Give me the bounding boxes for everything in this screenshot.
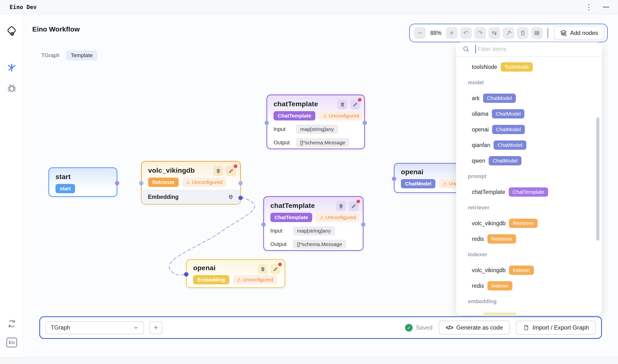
status-badge: ⚠Unconfigured [233, 275, 277, 284]
graph-select[interactable]: TGraph [45, 321, 144, 334]
status-badge: ⚠Unconfigured [182, 178, 226, 187]
page-title: Eino Workflow [32, 26, 80, 33]
node-type-badge: ChatTemplate [270, 213, 312, 222]
minus-icon: − [418, 29, 422, 37]
node-chattemplate-top[interactable]: chatTemplate ChatTemplate ⚠Unconfigured … [267, 94, 365, 149]
input-label: Input [270, 228, 288, 234]
output-label: Output [270, 241, 288, 247]
port-chattemplate-top-output[interactable] [363, 121, 367, 125]
port-volc-output[interactable] [238, 181, 243, 185]
type-badge: ChatModel [494, 141, 526, 150]
type-badge: Indexer [509, 266, 534, 275]
list-section-header: prompt [456, 169, 602, 184]
plug-icon [228, 194, 234, 200]
output-row: Output []*schema.Message [274, 138, 358, 147]
text-caret [475, 45, 476, 53]
filter-items-input[interactable] [477, 45, 595, 53]
input-row: Input map[string]any [270, 226, 356, 235]
sync-icon[interactable] [6, 318, 18, 330]
add-nodes-button[interactable]: Add nodes [554, 26, 604, 40]
node-start[interactable]: start start [48, 167, 117, 197]
delete-node-button[interactable] [337, 99, 347, 109]
graph-bottom-bar: TGraph + ✓ Saved </> Generate as code Im… [39, 316, 602, 339]
minimap-icon [534, 30, 540, 36]
delete-node-button[interactable] [258, 264, 268, 274]
port-volc-embedding[interactable] [238, 196, 243, 200]
add-graph-button[interactable]: + [149, 321, 162, 334]
embedding-slot-label: Embedding [148, 194, 178, 200]
port-openai-chatmodel-input[interactable] [392, 177, 396, 181]
edit-node-button[interactable] [349, 201, 359, 211]
status-badge: ⚠Unconfigured [319, 111, 363, 120]
list-item[interactable]: openaiChatModel [456, 122, 602, 137]
list-item[interactable]: toolsNodeToolsNode [456, 59, 602, 75]
language-icon[interactable]: En [6, 337, 18, 348]
sidebar-item-debug[interactable] [6, 82, 18, 94]
list-item[interactable]: arkChatModel [456, 91, 602, 106]
zoom-in-button[interactable]: + [446, 27, 458, 39]
auto-layout-icon [491, 30, 497, 36]
port-chattemplate-top-input[interactable] [265, 121, 269, 125]
node-type-badge: start [55, 184, 75, 193]
mouse-icon [520, 30, 526, 36]
port-chattemplate-mid-output[interactable] [361, 222, 365, 227]
delete-node-button[interactable] [213, 166, 223, 176]
port-start-output[interactable] [115, 181, 119, 185]
type-badge: ChatModel [489, 156, 522, 165]
undo-button[interactable]: ↶ [460, 27, 472, 39]
delete-node-button[interactable] [336, 201, 346, 211]
edit-node-button[interactable] [270, 264, 280, 274]
list-item[interactable]: chatTemplateChatTemplate [456, 184, 602, 200]
tab-template[interactable]: Template [66, 50, 97, 61]
node-chattemplate-mid[interactable]: chatTemplate ChatTemplate ⚠Unconfigured … [263, 196, 363, 251]
output-type-chip: []*schema.Message [296, 138, 349, 147]
port-openai-embedding-input[interactable] [184, 272, 188, 276]
warning-icon: ⚠ [320, 215, 324, 220]
import-export-graph-button[interactable]: Import / Export Graph [516, 321, 596, 335]
list-item[interactable]: ollamaChatModel [456, 106, 602, 122]
redo-icon: ↷ [477, 29, 483, 37]
list-item[interactable]: qianfanChatModel [456, 137, 602, 153]
list-item[interactable]: redisRetriever [456, 231, 602, 247]
node-volc-vikingdb[interactable]: volc_vikingdb Retriever ⚠Unconfigured Em… [141, 161, 241, 205]
port-volc-input[interactable] [139, 181, 144, 185]
list-item[interactable]: volc_vikingdbRetriever [456, 215, 602, 231]
auto-layout-button[interactable] [488, 27, 500, 39]
magic-wand-button[interactable] [503, 27, 514, 39]
output-label: Output [274, 140, 292, 146]
type-badge: Embedding [483, 312, 517, 315]
panel-scrollbar[interactable] [596, 117, 599, 241]
tab-tgraph[interactable]: TGraph [41, 52, 60, 59]
footer-strip [0, 357, 618, 364]
check-icon: ✓ [405, 324, 413, 332]
edit-node-button[interactable] [350, 99, 360, 109]
embedding-slot[interactable]: Embedding [142, 190, 240, 204]
list-item[interactable]: redisIndexer [456, 278, 602, 294]
sidebar-item-workflow[interactable] [6, 62, 18, 74]
minimap-button[interactable] [531, 27, 543, 39]
mouse-mode-button[interactable] [517, 27, 528, 39]
save-status-label: Saved [416, 324, 432, 331]
list-item[interactable]: volc_vikingdbIndexer [456, 262, 602, 278]
type-badge: Retriever [487, 234, 516, 244]
generate-as-code-button[interactable]: </> Generate as code [439, 321, 510, 335]
list-item[interactable]: arkEmbedding [456, 309, 602, 315]
import-export-graph-label: Import / Export Graph [532, 324, 589, 331]
code-icon: </> [446, 325, 453, 331]
node-type-badge: Retriever [148, 178, 179, 187]
toolbar-divider [548, 28, 548, 38]
edit-node-button[interactable] [226, 166, 236, 176]
redo-button[interactable]: ↷ [474, 27, 486, 39]
warning-icon: ⚠ [237, 277, 241, 282]
layers-plus-icon [560, 29, 567, 37]
add-nodes-label: Add nodes [570, 30, 598, 36]
unsaved-indicator [234, 164, 237, 168]
list-item[interactable]: qwenChatModel [456, 153, 602, 169]
list-section-header: model [456, 75, 602, 91]
window-minimize-icon[interactable] [603, 7, 609, 8]
port-chattemplate-mid-input[interactable] [261, 222, 266, 227]
window-menu-icon[interactable]: ⋮ [585, 3, 592, 11]
node-openai-embedding[interactable]: openai Embedding ⚠Unconfigured [186, 259, 285, 288]
zoom-out-button[interactable]: − [414, 27, 426, 39]
eino-logo-icon [6, 26, 18, 37]
